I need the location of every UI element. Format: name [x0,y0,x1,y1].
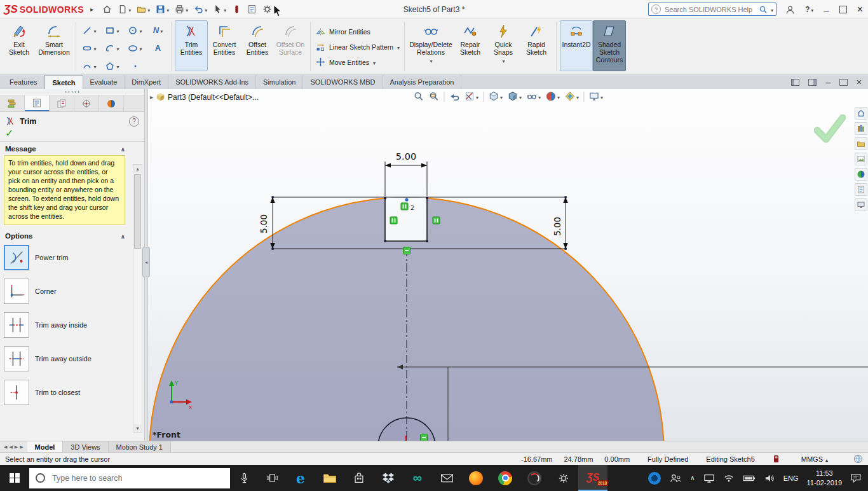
ex it-sketch-button[interactable]: Exit Sketch [3,20,36,71]
configuration-manager-tab[interactable] [50,95,74,111]
action-center-button[interactable] [850,473,862,483]
shaded-sketch-contours-button[interactable]: Shaded Sketch Contours [593,20,626,71]
trim-away-outside-button[interactable] [4,346,29,371]
first-tab-icon[interactable]: ◀ [4,445,7,450]
dropdown-chevron-icon[interactable] [204,5,207,14]
help-search-box[interactable] [648,3,776,16]
close-button[interactable] [857,4,863,15]
relation-vertical-badge[interactable]: 2 [401,198,414,211]
panel-help-icon[interactable] [129,116,139,127]
breadcrumb[interactable]: Part3 (Default<<Default>... [168,93,259,102]
option-trim-away-outside[interactable]: Trim away outside [4,346,126,371]
minimize-button[interactable] [824,4,829,15]
dimension-top[interactable]: 5.00 [385,151,427,196]
next-tab-icon[interactable]: ▶ [15,445,18,450]
collapse-chevron-icon[interactable] [121,145,125,153]
corner-rectangle-tool-button[interactable] [101,22,123,39]
battery-tray-icon[interactable] [743,474,756,482]
spline-tool-button[interactable]: N [147,22,169,39]
dropdown-chevron-icon[interactable] [93,26,96,35]
dropdown-chevron-icon[interactable] [429,56,432,65]
relation-horizontal-badge[interactable] [403,247,410,254]
tab-model[interactable]: Model [27,441,64,452]
dropdown-chevron-icon[interactable] [223,5,226,14]
tray-globe-icon[interactable] [853,454,863,464]
tab-features[interactable]: Features [3,75,44,89]
repair-sketch-button[interactable]: Repair Sketch [454,20,487,71]
search-dropdown-icon[interactable] [770,5,773,14]
app-microsoft-store[interactable] [344,465,374,491]
login-user-icon[interactable] [785,5,795,15]
line-tool-button[interactable] [78,22,100,39]
property-manager-tab[interactable] [25,95,50,111]
taskbar-search[interactable] [29,468,230,488]
flyout-arrow-icon[interactable] [150,93,153,100]
display-manager-tab[interactable] [99,95,124,111]
dropdown-chevron-icon[interactable] [538,92,541,101]
app-settings[interactable] [549,465,578,491]
maximize-button[interactable] [839,6,847,13]
trim-entities-button[interactable]: Trim Entities [175,20,208,71]
clock[interactable]: 11:53 11-02-2019 [807,469,842,487]
trim-away-inside-button[interactable] [4,312,29,338]
scroll-up-icon[interactable] [133,165,142,173]
ok-button[interactable] [5,128,13,139]
corner-button[interactable] [4,279,29,304]
tab-motion-study-1[interactable]: Motion Study 1 [109,441,171,452]
move-entities-button[interactable]: Move Entities [315,57,400,67]
ellipse-tool-button[interactable] [124,39,146,57]
dropdown-chevron-icon[interactable] [93,62,96,71]
app-loops[interactable]: ∞ [403,465,432,491]
dropdown-chevron-icon[interactable] [93,44,96,53]
file-properties-button[interactable] [247,4,257,14]
hide-show-items-button[interactable] [526,91,541,102]
point-tool-button[interactable] [124,57,146,74]
dimxpert-manager-tab[interactable] [74,95,99,111]
tab-solidworks-mbd[interactable]: SOLIDWORKS MBD [303,75,383,89]
zoom-to-area-button[interactable] [428,91,439,102]
forum-tab[interactable] [855,198,867,211]
tab-analysis-preparation[interactable]: Analysis Preparation [383,75,462,89]
tab-scroll-controls[interactable]: ◀ ◀ ▶ ▶ [0,441,27,452]
dropdown-chevron-icon[interactable] [397,43,400,51]
three-point-arc-tool-button[interactable] [78,57,100,74]
task-view-button[interactable] [258,465,286,491]
dropdown-chevron-icon[interactable] [116,44,119,53]
mirror-entities-button[interactable]: Mirror Entities [315,26,400,37]
save-button[interactable] [156,4,169,14]
centerpoint-arc-tool-button[interactable] [101,39,123,57]
show-hidden-icons-button[interactable] [690,474,695,482]
polygon-tool-button[interactable] [101,57,123,74]
new-document-button[interactable] [118,4,131,14]
units-dropdown-icon[interactable] [825,455,828,463]
prev-tab-icon[interactable]: ◀ [9,445,12,450]
dropdown-chevron-icon[interactable] [576,92,579,101]
dropdown-chevron-icon[interactable] [185,5,188,14]
section-view-button[interactable] [464,91,478,102]
straight-slot-tool-button[interactable] [78,39,100,57]
app-mail[interactable] [432,465,461,491]
tab-sketch[interactable]: Sketch [44,75,83,89]
quick-snaps-button[interactable]: Quick Snaps [487,20,520,71]
app-chrome[interactable] [491,465,520,491]
design-library-tab[interactable] [855,122,867,135]
dropdown-chevron-icon[interactable] [116,62,119,71]
confirmation-corner-ok[interactable] [814,114,846,144]
trim-to-closest-button[interactable] [4,380,29,405]
smart-dimension-button[interactable]: Smart Dimension [36,20,72,71]
dropdown-chevron-icon[interactable] [128,5,131,14]
app-dropbox[interactable] [374,465,403,491]
app-edge[interactable]: e [286,465,315,491]
linear-sketch-pattern-button[interactable]: Linear Sketch Pattern [315,41,400,52]
help-menu-button[interactable] [805,5,813,14]
tab-simulation[interactable]: Simulation [256,75,303,89]
tab-evaluate[interactable]: Evaluate [83,75,125,89]
document-minimize-icon[interactable] [825,77,831,87]
apply-scene-button[interactable] [564,91,579,102]
qat-expand-icon[interactable]: ▸ [89,4,95,14]
dropdown-chevron-icon[interactable] [147,5,150,14]
people-button[interactable] [669,473,682,484]
dropdown-chevron-icon[interactable] [600,92,603,101]
panel-collapse-handle[interactable] [142,247,150,277]
power-trim-button[interactable] [4,245,29,270]
